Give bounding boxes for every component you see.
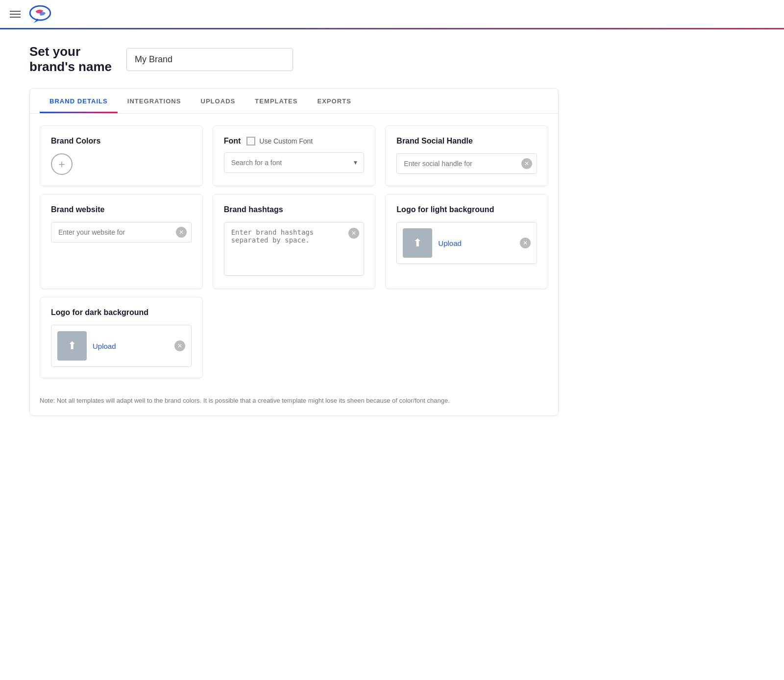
- social-input-wrap: ✕: [396, 153, 537, 174]
- brand-colors-title: Brand Colors: [51, 137, 192, 146]
- logo-dark-card: Logo for dark background ⬆ Upload ✕: [40, 297, 203, 378]
- tabs-nav: BRAND DETAILS INTEGRATIONS UPLOADS TEMPL…: [30, 89, 558, 114]
- close-icon: ✕: [351, 230, 356, 237]
- logo-light-upload-area: ⬆ Upload ✕: [396, 222, 537, 264]
- font-title: Font: [224, 137, 241, 146]
- upload-icon: ⬆: [413, 237, 422, 249]
- empty-col2: [213, 297, 376, 378]
- cards-grid-row2: Brand website ✕ Brand hashtags ✕: [30, 194, 558, 301]
- add-color-button[interactable]: ＋: [51, 153, 73, 175]
- logo-light-upload-link[interactable]: Upload: [438, 239, 514, 247]
- custom-font-label: Use Custom Font: [259, 137, 313, 145]
- brand-hashtags-title: Brand hashtags: [224, 205, 365, 214]
- upload-icon: ⬆: [68, 340, 76, 352]
- logo-light-card: Logo for light background ⬆ Upload ✕: [385, 194, 548, 289]
- brand-name-input[interactable]: [126, 48, 293, 71]
- logo-dark-clear-button[interactable]: ✕: [174, 340, 185, 351]
- plus-icon: ＋: [56, 157, 67, 171]
- brand-social-title: Brand Social Handle: [396, 137, 537, 146]
- brand-social-card: Brand Social Handle ✕: [385, 125, 548, 186]
- tab-integrations[interactable]: INTEGRATIONS: [118, 89, 191, 113]
- hamburger-menu[interactable]: [10, 11, 21, 18]
- social-handle-input[interactable]: [396, 153, 537, 174]
- tabs-container: BRAND DETAILS INTEGRATIONS UPLOADS TEMPL…: [29, 88, 559, 416]
- note-text: Note: Not all templates will adapt well …: [30, 390, 558, 415]
- font-header: Font Use Custom Font: [224, 137, 365, 146]
- brand-website-card: Brand website ✕: [40, 194, 203, 289]
- header: [0, 0, 784, 29]
- custom-font-wrap: Use Custom Font: [246, 137, 313, 146]
- logo-dark-upload-button[interactable]: ⬆: [57, 331, 87, 361]
- font-search-input[interactable]: [224, 152, 365, 173]
- logo-light-upload-button[interactable]: ⬆: [403, 228, 432, 258]
- custom-font-checkbox[interactable]: [246, 137, 255, 146]
- brand-hashtags-card: Brand hashtags ✕: [213, 194, 376, 289]
- tab-uploads[interactable]: UPLOADS: [191, 89, 245, 113]
- close-icon: ✕: [524, 160, 529, 167]
- website-input[interactable]: [51, 222, 192, 243]
- main-content: Set your brand's name BRAND DETAILS INTE…: [0, 29, 588, 445]
- logo: [28, 4, 52, 24]
- logo-dark-upload-link[interactable]: Upload: [93, 342, 169, 350]
- brand-website-title: Brand website: [51, 205, 192, 214]
- logo-dark-upload-area: ⬆ Upload ✕: [51, 325, 192, 367]
- brand-name-row: Set your brand's name: [29, 44, 559, 74]
- brand-colors-card: Brand Colors ＋: [40, 125, 203, 186]
- tab-exports[interactable]: EXPORTS: [307, 89, 361, 113]
- empty-col3: [385, 297, 548, 378]
- website-clear-button[interactable]: ✕: [176, 227, 187, 238]
- logo-light-title: Logo for light background: [396, 205, 537, 214]
- website-input-wrap: ✕: [51, 222, 192, 243]
- hashtags-textarea[interactable]: [224, 222, 365, 276]
- brand-name-label: Set your brand's name: [29, 44, 112, 74]
- cards-grid-row1: Brand Colors ＋ Font Use Custom Font ▼: [30, 114, 558, 198]
- close-icon: ✕: [523, 240, 528, 246]
- tab-templates[interactable]: TEMPLATES: [245, 89, 307, 113]
- font-card: Font Use Custom Font ▼: [213, 125, 376, 186]
- logo-dark-title: Logo for dark background: [51, 308, 192, 317]
- cards-grid-row3: Logo for dark background ⬆ Upload ✕: [30, 297, 558, 390]
- close-icon: ✕: [177, 342, 182, 349]
- font-search-wrap: ▼: [224, 152, 365, 173]
- close-icon: ✕: [179, 229, 184, 236]
- hashtags-textarea-wrap: ✕: [224, 222, 365, 278]
- social-clear-button[interactable]: ✕: [521, 158, 532, 169]
- tab-brand-details[interactable]: BRAND DETAILS: [40, 89, 118, 113]
- logo-light-clear-button[interactable]: ✕: [520, 238, 531, 248]
